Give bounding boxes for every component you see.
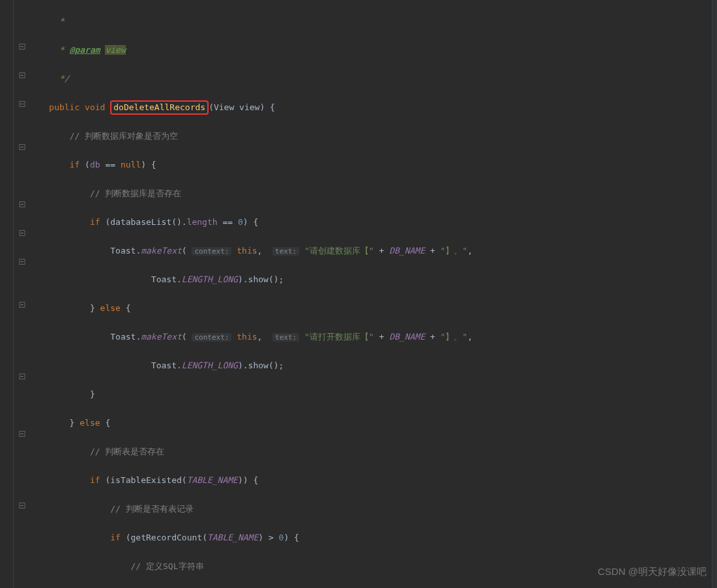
class-ref: Toast	[110, 332, 136, 342]
code-editor: − − − − − − − − − − − * * @param view */…	[0, 0, 717, 588]
operator: >	[269, 533, 274, 542]
field-db: db	[90, 160, 100, 169]
string-literal: "】。"	[440, 332, 467, 342]
keyword-if: if	[90, 475, 100, 485]
method-call: makeText	[141, 332, 182, 342]
keyword-if: if	[110, 533, 121, 542]
class-ref: Toast	[110, 246, 136, 256]
constant: DB_NAME	[389, 332, 425, 342]
number-literal: 0	[279, 533, 284, 542]
fold-marker-icon[interactable]: −	[20, 72, 25, 78]
comment: // 判断表是否存在	[90, 447, 164, 456]
constant: LENGTH_LONG	[182, 274, 238, 284]
keyword-this: this	[237, 332, 257, 342]
comment: // 判断是否有表记录	[110, 504, 193, 514]
fold-marker-icon[interactable]: −	[20, 374, 25, 379]
method-call: makeText	[141, 246, 182, 256]
javadoc-param-name: view	[105, 45, 125, 55]
method-name: doDeleteAllRecords	[113, 102, 205, 112]
string-literal: "】。"	[440, 246, 467, 256]
param-type: View	[214, 102, 234, 112]
param-hint: text:	[272, 247, 299, 256]
operator: ==	[105, 160, 115, 169]
comment: // 判断数据库是否存在	[90, 188, 181, 198]
keyword-void: void	[85, 102, 105, 112]
fold-marker-icon[interactable]: −	[20, 101, 25, 107]
comment: // 判断数据库对象是否为空	[70, 131, 178, 141]
keyword-this: this	[237, 246, 257, 256]
javadoc-param-tag: @param	[70, 45, 100, 55]
call: getRecordCount	[131, 533, 203, 542]
javadoc-close: */	[54, 74, 69, 83]
constant: TABLE_NAME	[187, 475, 238, 485]
class-ref: Toast	[151, 274, 177, 284]
javadoc-line: *	[54, 45, 69, 55]
overview-ruler[interactable]	[712, 0, 717, 588]
operator: +	[430, 246, 435, 256]
fold-marker-icon[interactable]: −	[20, 302, 25, 308]
fold-marker-icon[interactable]: −	[20, 44, 25, 50]
fold-marker-icon[interactable]: −	[20, 259, 25, 265]
keyword-if: if	[90, 217, 100, 227]
gutter: − − − − − − − − − − −	[0, 0, 26, 588]
highlight-box: doDeleteAllRecords	[110, 100, 209, 115]
fold-marker-icon[interactable]: −	[20, 503, 25, 508]
operator: ==	[222, 217, 233, 227]
code-area[interactable]: * * @param view */ public void doDeleteA…	[26, 0, 712, 588]
keyword-null: null	[121, 160, 141, 169]
keyword-public: public	[49, 102, 80, 112]
constant: TABLE_NAME	[207, 533, 258, 542]
keyword-else: else	[100, 303, 121, 313]
operator: +	[430, 332, 435, 342]
fold-marker-icon[interactable]: −	[20, 201, 25, 207]
param-name: view	[239, 102, 259, 112]
param-hint: context:	[192, 333, 231, 342]
keyword-if: if	[70, 160, 80, 169]
number-literal: 0	[238, 217, 243, 227]
fold-marker-icon[interactable]: −	[20, 431, 25, 437]
class-ref: Toast	[151, 360, 177, 370]
fold-marker-icon[interactable]: −	[20, 144, 25, 150]
operator: +	[379, 246, 385, 256]
param-hint: context:	[192, 247, 231, 256]
fold-marker-icon[interactable]: −	[20, 230, 25, 236]
field-length: length	[187, 217, 218, 227]
method-call: show	[248, 274, 269, 284]
keyword-else: else	[80, 418, 100, 428]
operator: +	[379, 332, 385, 342]
param-hint: text:	[272, 333, 299, 342]
call: databaseList	[110, 217, 171, 227]
comment: // 定义SQL字符串	[131, 561, 204, 571]
call: isTableExisted	[110, 475, 182, 485]
constant: DB_NAME	[389, 246, 425, 256]
string-literal: "请打开数据库【"	[304, 332, 374, 342]
javadoc-line: *	[54, 16, 65, 26]
method-call: show	[248, 360, 269, 370]
string-literal: "请创建数据库【"	[304, 246, 374, 256]
constant: LENGTH_LONG	[182, 360, 238, 370]
